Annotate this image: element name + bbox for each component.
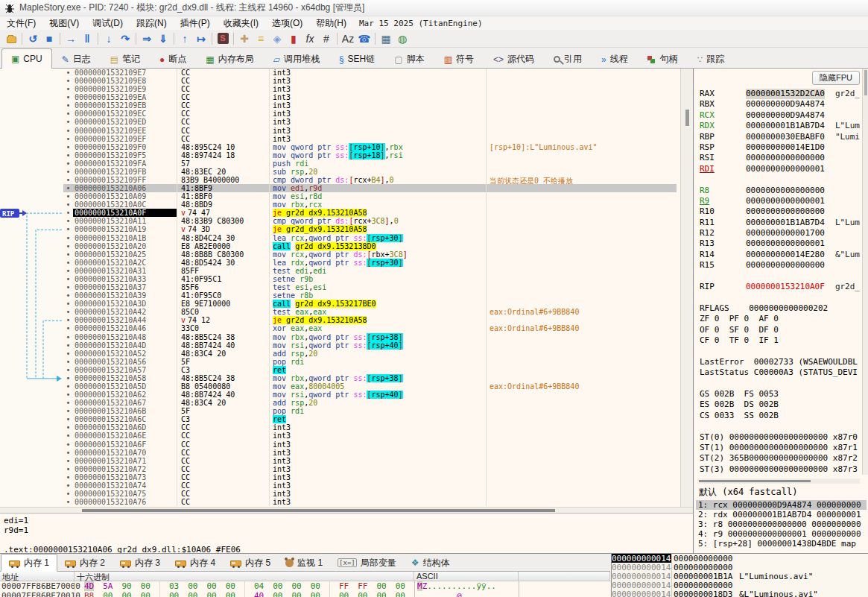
menu-item[interactable]: 调试(D) (86, 16, 130, 31)
disasm-row[interactable]: •00000001532109EACCint3 (63, 93, 677, 101)
tab-内存布局[interactable]: ▦内存布局 (196, 50, 263, 68)
menu-item[interactable]: 插件(P) (174, 16, 217, 31)
tab-源代码[interactable]: <>源代码 (484, 50, 544, 68)
breakpoint-dot[interactable]: • (63, 382, 73, 391)
dump-row[interactable]: 00007FF86BE700004D5A90000300000004000000… (0, 581, 610, 591)
run-to-user-code-button[interactable]: ↦ (193, 31, 209, 46)
tab-内存 1[interactable]: 内存 1 (1, 554, 57, 572)
stack-row[interactable]: 000000000014000000000000 (612, 563, 868, 572)
tab-CPU[interactable]: ▣CPU (1, 48, 52, 69)
argument-row[interactable]: 4: r9 0000000000000001 0000000000 (696, 529, 867, 539)
disasm-row[interactable]: •0000000153210A70CCint3 (63, 449, 677, 457)
register-row[interactable]: R90000000000000001 (700, 196, 860, 206)
tab-调用堆栈[interactable]: ▱调用堆栈 (264, 50, 329, 68)
breakpoint-dot[interactable]: • (63, 151, 73, 159)
disasm-row[interactable]: •0000000153210A76CCint3 (63, 498, 677, 506)
argument-row[interactable]: 1: rcx 000000000D9A4874 000000000 (696, 500, 867, 510)
tab-引用[interactable]: 引用 (544, 50, 592, 68)
hide-fpu-button[interactable]: 隐藏FPU (812, 71, 860, 85)
breakpoint-dot[interactable]: • (63, 449, 73, 457)
disassembly-pane[interactable]: RIP •00000001532109E7CCint3•000000015321… (0, 69, 694, 513)
register-text-row[interactable]: ST(2) 365B0000000000000000 x87r2 (700, 453, 860, 464)
tab-笔记[interactable]: ▤笔记 (101, 50, 150, 68)
breakpoint-dot[interactable]: • (63, 69, 73, 77)
disasm-row[interactable]: •0000000153210A5248:83C4 20add rsp,20 (63, 350, 677, 358)
stack-row[interactable]: 000000000014000000001B1AL"Luminous.avi" (612, 572, 868, 581)
breakpoint-dot[interactable]: • (63, 316, 73, 324)
disasm-row[interactable]: •0000000153210A4285C0test eax,eaxeax:Ord… (63, 308, 677, 316)
disasm-row[interactable]: •0000000153210A71CCint3 (63, 457, 677, 465)
calling-convention-title[interactable]: 默认 (x64 fastcall) (699, 486, 797, 499)
step-out-button[interactable]: ⇓ (155, 31, 171, 46)
register-text-row[interactable]: ST(3) 00000000000000000000 x87r3 (700, 464, 860, 475)
scrollbar-thumb[interactable] (699, 480, 811, 482)
breakpoint-dot[interactable]: • (63, 498, 73, 506)
breakpoint-dot[interactable]: • (63, 391, 73, 399)
breakpoint-dot[interactable]: • (63, 481, 73, 490)
menu-item[interactable]: 收藏夹(I) (217, 16, 265, 31)
run-to-selection-button[interactable]: ⇒ (139, 31, 155, 46)
register-row[interactable]: RBX000000000D9A4874 (700, 99, 860, 110)
breakpoint-dot[interactable]: • (63, 135, 73, 143)
breakpoint-dot[interactable]: • (63, 118, 73, 126)
stack-pane[interactable]: 0000000000140000000000000000000000140000… (611, 554, 868, 597)
open-file-button[interactable] (3, 31, 19, 46)
breakpoint-dot[interactable]: • (63, 176, 73, 184)
tab-跟踪[interactable]: ∵跟踪 (688, 50, 735, 68)
disasm-row[interactable]: •0000000153210A0641:8BF9mov edi,r9d (63, 184, 677, 192)
disasm-row[interactable]: •0000000153210A3185FFtest edi,edi (63, 267, 677, 275)
breakpoint-dot[interactable]: • (63, 217, 73, 225)
disasm-row[interactable]: •0000000153210A19v74 3Dje gr2d_dx9.15321… (63, 225, 677, 233)
disasm-row[interactable]: •00000001532109E7CCint3 (63, 69, 677, 77)
disasm-row[interactable]: •0000000153210A72CCint3 (63, 465, 677, 473)
scylla-button[interactable]: S (215, 31, 231, 46)
disasm-row[interactable]: •0000000153210A6248:8B7424 40mov rsi,qwo… (63, 391, 677, 399)
disasm-row[interactable]: •0000000153210A0C48:8BD9mov rbx,rcx (63, 200, 677, 209)
register-row[interactable]: R150000000000000000 (700, 260, 860, 271)
breakpoint-dot[interactable]: • (63, 341, 73, 350)
stack-row[interactable]: 000000000014000000000000 (612, 581, 868, 590)
breakpoint-dot[interactable]: • (63, 209, 73, 217)
argument-row[interactable]: 5: [rsp+28] 00000001438D4BDE map (696, 539, 867, 549)
register-text-row[interactable]: ZF 0 PF 0 AF 0 (700, 314, 860, 324)
register-row[interactable]: R100000000000000000 (700, 206, 860, 217)
register-row[interactable]: RIP0000000153210A0Fgr2d_ (700, 282, 860, 292)
breakpoint-dot[interactable]: • (63, 234, 73, 242)
tab-脚本[interactable]: ▢脚本 (384, 50, 434, 68)
registers-horizontal-scrollbar[interactable] (697, 478, 860, 484)
menu-item[interactable]: 帮助(H) (309, 16, 353, 31)
disasm-row[interactable]: •0000000153210A1B48:8D4C24 30lea rcx,qwo… (63, 234, 677, 242)
breakpoint-dot[interactable]: • (63, 407, 73, 415)
breakpoint-dot[interactable]: • (63, 184, 73, 192)
disasm-row[interactable]: •0000000153210A4D48:8B7424 40mov rsi,qwo… (63, 341, 677, 350)
tab-日志[interactable]: ✎日志 (52, 50, 101, 68)
disasm-row[interactable]: •0000000153210A3941:0F95C0setne r8b (63, 291, 677, 300)
disasm-row[interactable]: •0000000153210A74CCint3 (63, 481, 677, 490)
comment-button[interactable]: ≡ (253, 31, 269, 46)
patch-button[interactable]: ✚ (236, 31, 253, 46)
breakpoint-dot[interactable]: • (63, 85, 73, 93)
register-text-row[interactable]: CS 0033 SS 002B (700, 411, 860, 421)
execute-till-return-button[interactable]: ↑ (177, 31, 193, 46)
disasm-row[interactable]: •00000001532109E8CCint3 (63, 77, 677, 85)
function-button[interactable]: fx (302, 31, 318, 46)
argument-row[interactable]: 2: rdx 000000001B1AB7D4 000000001 (696, 510, 867, 519)
disasm-row[interactable]: •00000001532109E9CCint3 (63, 85, 677, 93)
register-text-row[interactable]: CF 0 TF 0 IF 1 (700, 335, 860, 346)
breakpoint-dot[interactable]: • (63, 324, 73, 332)
breakpoint-dot[interactable]: • (63, 275, 73, 283)
disassembly-vertical-scrollbar[interactable] (680, 69, 693, 507)
step-into-button[interactable]: ↓ (101, 31, 117, 46)
disasm-row[interactable]: •0000000153210A6DCCint3 (63, 423, 677, 432)
register-text-row[interactable]: RFLAGS 0000000000000202 (700, 303, 860, 314)
register-text-row[interactable]: LastError 00002733 (WSAEWOULDBL (700, 357, 860, 367)
register-row[interactable]: RAX00000001532D2CA0gr2d_ (700, 89, 860, 99)
registers-pane[interactable]: 隐藏FPU RAX00000001532D2CA0gr2d_RBX0000000… (694, 69, 868, 553)
register-row[interactable]: R14000000000014E280&"Lum (700, 250, 860, 260)
disasm-row[interactable]: •0000000153210A0Fv74 47je gr2d_dx9.15321… (63, 209, 677, 217)
scrollbar-thumb[interactable] (82, 509, 555, 512)
disasm-row[interactable]: •00000001532109EBCCint3 (63, 101, 677, 110)
disasm-row[interactable]: •00000001532109ECCCint3 (63, 110, 677, 118)
disasm-row[interactable]: •0000000153210A0941:8BF0mov esi,r8d (63, 192, 677, 200)
breakpoint-dot[interactable]: • (63, 242, 73, 250)
